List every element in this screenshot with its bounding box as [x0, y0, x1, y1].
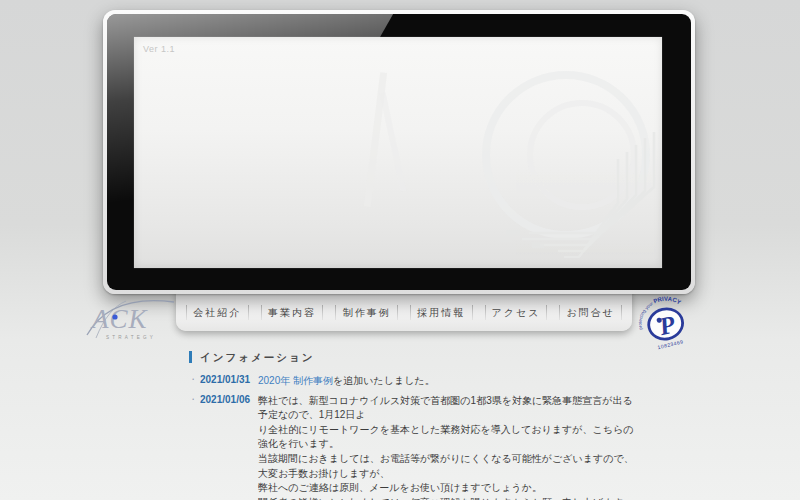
main-nav: 会社紹介事業内容制作事例採用情報アクセスお問合せ: [176, 289, 632, 331]
nav-item-label: 採用情報: [417, 307, 465, 318]
nav-item-label: アクセス: [492, 307, 541, 318]
news-date: ・2021/01/31: [189, 374, 258, 389]
version-label: Ver 1.1: [143, 44, 175, 54]
page: Ver 1.1 ACK STRATEGY 会社紹介事業内容制作事例採用情報アクセ…: [0, 0, 800, 500]
nav-item-label: お問合せ: [566, 307, 614, 318]
monitor-bezel: Ver 1.1: [107, 14, 691, 290]
news-text-segment: を追加いたしました。: [333, 375, 435, 386]
nav-item-business[interactable]: 事業内容: [262, 304, 323, 322]
news-date-text: 2021/01/06: [200, 394, 250, 405]
nav-item-label: 制作事例: [343, 307, 391, 318]
nav-item-recruit[interactable]: 採用情報: [411, 304, 472, 322]
news-date-text: 2021/01/31: [200, 374, 250, 385]
news-text-segment: 当該期間におきましては、お電話等が繋がりにくくなる可能性がございますので、大変お…: [258, 453, 634, 479]
news-text: 2020年 制作事例を追加いたしました。: [258, 374, 641, 389]
news-list: ・2021/01/312020年 制作事例を追加いたしました。・2021/01/…: [189, 374, 641, 500]
company-logo[interactable]: ACK STRATEGY: [84, 296, 178, 342]
information-header: インフォメーション: [189, 351, 641, 363]
news-text-segment: り全社的にリモートワークを基本とした業務対応を導入しておりますが、こちらの強化を…: [258, 424, 633, 450]
news-text-segment: 弊社へのご連絡は原則、メールをお使い頂けますでしょうか。: [258, 482, 542, 493]
logo-text: ACK: [90, 304, 149, 334]
nav-item-label: 事業内容: [268, 307, 316, 318]
nav-item-access[interactable]: アクセス: [486, 304, 547, 322]
news-text: 弊社では、新型コロナウイルス対策で首都圏の1都3県を対象に緊急事態宣言が出る予定…: [258, 394, 641, 500]
monitor-frame: Ver 1.1: [103, 10, 695, 294]
logo-subtext: STRATEGY: [106, 335, 156, 340]
nav-item-label: 会社紹介: [193, 307, 241, 318]
nav-item-company[interactable]: 会社紹介: [187, 304, 248, 322]
nav-item-works[interactable]: 制作事例: [336, 304, 397, 322]
privacy-mark[interactable]: protecting your PRIVACY P 10823469: [632, 291, 698, 353]
bullet-icon: ・: [189, 375, 197, 384]
bullet-icon: ・: [189, 395, 197, 404]
nav-item-contact[interactable]: お問合せ: [560, 304, 621, 322]
logo-dot-icon: [112, 314, 117, 319]
news-text-segment: 弊社では、新型コロナウイルス対策で首都圏の1都3県を対象に緊急事態宣言が出る予定…: [258, 395, 633, 421]
screen-decoration: [134, 37, 662, 268]
information-section: インフォメーション ・2021/01/312020年 制作事例を追加いたしました…: [189, 351, 641, 500]
news-link[interactable]: 2020年 制作事例: [258, 375, 333, 386]
news-item: ・2021/01/312020年 制作事例を追加いたしました。: [189, 374, 641, 389]
news-item: ・2021/01/06弊社では、新型コロナウイルス対策で首都圏の1都3県を対象に…: [189, 394, 641, 500]
news-date: ・2021/01/06: [189, 394, 258, 500]
privacy-mark-number: 10823469: [657, 339, 684, 351]
monitor-screen: Ver 1.1: [134, 37, 662, 268]
